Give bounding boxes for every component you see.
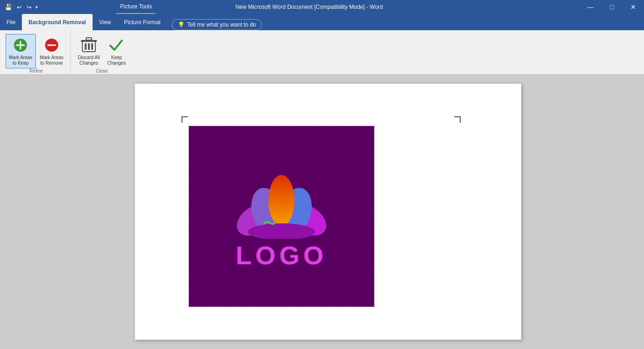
keep-icon xyxy=(107,36,125,54)
tab-view[interactable]: View xyxy=(93,14,118,30)
svg-rect-10 xyxy=(86,38,92,40)
keep-changes-button[interactable]: Keep Changes xyxy=(104,34,129,68)
ribbon-tabs-bar: File Background Removal View Picture For… xyxy=(0,14,644,30)
svg-rect-7 xyxy=(88,43,90,50)
svg-rect-8 xyxy=(91,43,93,50)
mark-keep-icon xyxy=(12,36,29,54)
left-gray-area xyxy=(9,84,135,340)
qat-dropdown-button[interactable]: ▾ xyxy=(34,4,39,11)
tab-file[interactable]: File xyxy=(0,14,22,30)
tab-picture-format[interactable]: Picture Format xyxy=(118,14,168,30)
discard-changes-button[interactable]: Discard All Changes xyxy=(74,34,103,68)
window-controls: — □ ✕ xyxy=(580,0,644,14)
svg-point-15 xyxy=(268,175,295,226)
discard-icon xyxy=(80,36,98,54)
tell-me-input[interactable]: 💡 Tell me what you want to do xyxy=(172,19,262,30)
ribbon-group-close: Discard All Changes Keep Changes Close xyxy=(71,30,133,74)
svg-rect-6 xyxy=(85,43,87,50)
logo-image: LOGO xyxy=(189,126,374,307)
maximize-button[interactable]: □ xyxy=(601,0,623,14)
close-group-label: Close xyxy=(96,68,108,75)
mark-remove-icon xyxy=(43,36,60,54)
picture-tools-label: Picture Tools xyxy=(116,0,155,14)
corner-marker-tr xyxy=(454,116,461,123)
mark-remove-button[interactable]: Mark Areas to Remove xyxy=(37,34,67,68)
qat-save-button[interactable]: 💾 xyxy=(3,3,14,12)
refine-buttons: Mark Areas to Keep Mark Areas to Remove xyxy=(6,32,67,68)
mark-remove-label: Mark Areas to Remove xyxy=(40,55,64,66)
qat-undo-button[interactable]: ↩ xyxy=(15,3,24,12)
close-button[interactable]: ✕ xyxy=(623,0,644,14)
discard-label: Discard All Changes xyxy=(78,55,100,66)
minimize-button[interactable]: — xyxy=(580,0,601,14)
tab-background-removal[interactable]: Background Removal xyxy=(22,14,92,30)
document-area: LOGO xyxy=(0,74,644,349)
ribbon-group-refine: Mark Areas to Keep Mark Areas to Remove … xyxy=(2,30,71,74)
ribbon-content: Mark Areas to Keep Mark Areas to Remove … xyxy=(0,30,644,74)
page: LOGO xyxy=(135,84,521,340)
image-container[interactable]: LOGO xyxy=(188,126,375,307)
tell-me-label: Tell me what you want to do xyxy=(187,21,256,28)
keep-label: Keep Changes xyxy=(107,55,126,66)
lotus-svg xyxy=(230,164,333,239)
qat-redo-button[interactable]: ↪ xyxy=(25,3,34,12)
logo-text: LOGO xyxy=(236,242,328,268)
mark-keep-button[interactable]: Mark Areas to Keep xyxy=(6,34,36,68)
lightbulb-icon: 💡 xyxy=(178,21,185,28)
mark-keep-label: Mark Areas to Keep xyxy=(9,55,33,66)
refine-group-label: Refine xyxy=(29,68,43,75)
corner-marker-tl xyxy=(181,116,188,123)
close-buttons: Discard All Changes Keep Changes xyxy=(74,32,129,68)
